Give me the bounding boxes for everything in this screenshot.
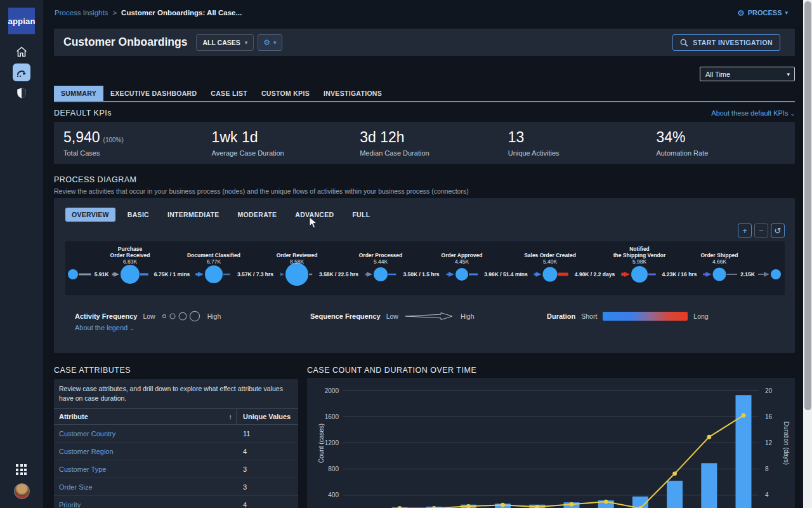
- tab-case-list[interactable]: CASE LIST: [204, 86, 254, 101]
- gear-icon: ⚙: [263, 38, 270, 47]
- process-diagram-canvas[interactable]: 5.91K6.75K / 1 mins3.57K / 7.3 hrs3.58K …: [65, 241, 785, 295]
- process-menu[interactable]: ⚙ PROCESS ▾: [737, 0, 788, 25]
- zoom-in-button[interactable]: +: [738, 224, 752, 237]
- node-name-label: Document Classified: [187, 252, 240, 258]
- scrollbar-track[interactable]: [803, 0, 812, 508]
- duration-point[interactable]: [672, 471, 677, 476]
- detail-tab-intermediate[interactable]: INTERMEDIATE: [161, 208, 226, 222]
- detail-tab-moderate[interactable]: MODERATE: [232, 208, 284, 222]
- attribute-link[interactable]: Order Size: [54, 483, 237, 491]
- attribute-link[interactable]: Priority: [54, 501, 237, 508]
- duration-point[interactable]: [604, 500, 608, 504]
- process-node-order-processed[interactable]: [374, 267, 388, 281]
- activity-frequency-label: Activity Frequency: [75, 312, 137, 320]
- attribute-link[interactable]: Customer Region: [54, 448, 237, 455]
- case-attributes-table: Attribute ↑ Unique Values Customer Count…: [54, 408, 298, 508]
- detail-tab-overview[interactable]: OVERVIEW: [65, 208, 115, 222]
- edge-label: 4.90K / 2.2 days: [575, 271, 615, 277]
- node-value-label: 8.58K: [290, 258, 304, 265]
- process-diagram-panel: OVERVIEWBASICINTERMEDIATEMODERATEADVANCE…: [54, 198, 795, 353]
- process-start-node[interactable]: [68, 269, 78, 279]
- attribute-column-header[interactable]: Attribute ↑: [54, 413, 236, 420]
- process-menu-label: PROCESS: [748, 9, 782, 17]
- process-node-order-reviewed[interactable]: [285, 263, 308, 286]
- shield-icon[interactable]: [0, 87, 43, 99]
- duration-point[interactable]: [501, 503, 505, 507]
- duration-point[interactable]: [742, 413, 746, 418]
- tab-underline: [54, 101, 795, 102]
- tab-investigations[interactable]: INVESTIGATIONS: [317, 86, 389, 101]
- tab-executive-dashboard[interactable]: EXECUTIVE DASHBOARD: [103, 86, 204, 101]
- all-cases-label: ALL CASES: [202, 39, 240, 46]
- diagram-zoom-controls: + − ↺: [738, 224, 785, 237]
- zoom-out-button[interactable]: −: [754, 224, 768, 237]
- edge-label: 3.57K / 7.3 hrs: [237, 271, 273, 277]
- time-range-value: All Time: [705, 70, 730, 78]
- time-range-select[interactable]: All Time ▾: [700, 67, 795, 81]
- gear-icon: ⚙: [737, 8, 745, 18]
- edge-label: 3.58K / 22.5 hrs: [319, 271, 358, 277]
- count-bar[interactable]: [736, 395, 752, 508]
- home-icon[interactable]: [0, 46, 43, 57]
- settings-dropdown[interactable]: ⚙ ▾: [258, 34, 282, 51]
- detail-tab-advanced[interactable]: ADVANCED: [289, 208, 340, 222]
- left-axis-tick: 800: [328, 465, 339, 472]
- table-row-order-size: Order Size3: [54, 478, 298, 496]
- all-cases-dropdown[interactable]: ALL CASES ▾: [196, 34, 254, 51]
- attribute-link[interactable]: Customer Country: [54, 430, 237, 438]
- node-name-label: Order Received: [110, 252, 150, 258]
- tab-custom-kpis[interactable]: CUSTOM KPIS: [254, 86, 317, 101]
- process-end-node[interactable]: [771, 269, 781, 279]
- node-value-label: 5.40K: [543, 258, 558, 265]
- detail-level-tabs: OVERVIEWBASICINTERMEDIATEMODERATEADVANCE…: [65, 208, 376, 222]
- unique-values-cell: 3: [237, 465, 247, 473]
- scrollbar-thumb[interactable]: [804, 1, 811, 410]
- count-bar[interactable]: [701, 463, 717, 508]
- left-axis-tick: 1600: [325, 413, 339, 420]
- duration-point[interactable]: [570, 502, 574, 507]
- duration-point[interactable]: [707, 435, 711, 439]
- case-count-duration-chart-panel: 20002016001612001280084004Count (cases)D…: [307, 378, 795, 508]
- user-avatar[interactable]: [14, 483, 30, 499]
- node-name-label: Notified: [629, 246, 650, 252]
- detail-tab-full[interactable]: FULL: [346, 208, 376, 222]
- node-value-label: 4.45K: [455, 258, 469, 265]
- activity-high-label: High: [207, 312, 221, 320]
- start-investigation-button[interactable]: START INVESTIGATION: [672, 34, 780, 51]
- process-insights-nav-active[interactable]: [13, 64, 30, 81]
- detail-tab-basic[interactable]: BASIC: [121, 208, 155, 222]
- attribute-link[interactable]: Customer Type: [54, 465, 237, 473]
- table-row-customer-type: Customer Type3: [54, 460, 298, 478]
- appian-logo[interactable]: appian: [8, 8, 35, 34]
- app-grid-icon[interactable]: [16, 464, 27, 475]
- process-node-order-shipped[interactable]: [713, 268, 726, 281]
- edge-label: 3.50K / 1.5 hrs: [403, 271, 439, 277]
- process-graph: 5.91K6.75K / 1 mins3.57K / 7.3 hrs3.58K …: [65, 241, 785, 295]
- chevron-down-icon: ▾: [245, 39, 248, 46]
- left-axis-title: Count (cases): [318, 424, 325, 463]
- breadcrumb-process-insights[interactable]: Process Insights: [55, 9, 108, 17]
- default-kpis-title: DEFAULT KPIs: [54, 109, 112, 117]
- process-node-sales-order-created[interactable]: [543, 267, 558, 282]
- left-axis-tick: 400: [328, 491, 339, 498]
- kpi-median-case-duration: 3d 12hMedian Case Duration: [350, 129, 499, 157]
- process-node-notified-the-shipping-vendor[interactable]: [631, 266, 648, 283]
- left-axis-tick: 2000: [325, 387, 339, 394]
- count-bar[interactable]: [667, 481, 683, 508]
- reset-view-button[interactable]: ↺: [771, 224, 785, 237]
- start-investigation-label: START INVESTIGATION: [693, 39, 773, 46]
- search-icon: [680, 39, 688, 47]
- chevron-down-icon: ▾: [785, 10, 788, 16]
- edge-label: 5.91K: [95, 271, 110, 277]
- about-legend-link[interactable]: About the legend ⌄: [75, 324, 134, 331]
- about-default-kpis-link[interactable]: About these default KPIs ⌄: [711, 109, 795, 117]
- node-name-label: Order Approved: [442, 252, 483, 258]
- table-row-customer-region: Customer Region4: [54, 443, 298, 460]
- sequence-frequency-arrow-icon: [404, 311, 455, 321]
- process-node-order-approved[interactable]: [455, 268, 468, 281]
- case-attributes-description: Review case attributes, and drill down t…: [54, 379, 298, 403]
- process-node-purchase-order-received[interactable]: [121, 265, 140, 284]
- tab-summary[interactable]: SUMMARY: [54, 86, 103, 101]
- duration-label: Duration: [547, 312, 575, 320]
- process-node-document-classified[interactable]: [205, 265, 223, 283]
